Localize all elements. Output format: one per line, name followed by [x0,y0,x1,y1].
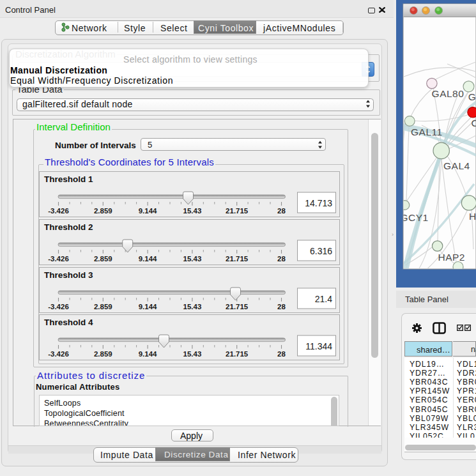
svg-text:28: 28 [277,254,286,262]
svg-text:GA: GA [468,91,476,102]
svg-text:15.43: 15.43 [183,207,201,215]
svg-text:9.144: 9.144 [138,302,157,310]
svg-text:28: 28 [277,207,286,215]
svg-text:-3.426: -3.426 [48,207,69,215]
svg-text:GAL11: GAL11 [411,127,443,137]
svg-text:Threshold 2: Threshold 2 [44,222,93,232]
svg-text:14.713: 14.713 [305,198,332,208]
svg-text:HAP2: HAP2 [438,252,466,263]
svg-text:2.859: 2.859 [93,254,112,262]
svg-text:6.316: 6.316 [309,245,332,256]
svg-text:Threshold 4: Threshold 4 [44,318,93,327]
svg-text:28: 28 [277,302,286,310]
svg-text:9.144: 9.144 [138,254,157,262]
svg-text:GCY1: GCY1 [401,212,429,223]
svg-text:2.859: 2.859 [93,350,112,358]
svg-text:21.4: 21.4 [314,293,332,303]
svg-text:9.144: 9.144 [138,207,157,215]
svg-text:H: H [469,211,476,222]
svg-text:21.715: 21.715 [226,302,249,310]
svg-text:GAL4: GAL4 [443,160,470,171]
svg-text:15.43: 15.43 [183,350,201,358]
svg-text:GAL80: GAL80 [432,88,464,99]
svg-text:21.715: 21.715 [226,350,249,358]
svg-text:-3.426: -3.426 [48,302,69,310]
svg-text:9.144: 9.144 [138,350,157,358]
svg-text:-3.426: -3.426 [48,350,69,358]
svg-text:Threshold 3: Threshold 3 [44,270,93,280]
svg-text:28: 28 [277,350,286,358]
svg-text:15.43: 15.43 [183,254,201,262]
svg-text:2.859: 2.859 [93,302,112,310]
svg-text:-3.426: -3.426 [48,254,69,262]
svg-text:Threshold 1: Threshold 1 [44,174,93,184]
svg-text:C: C [472,118,476,128]
svg-text:11.344: 11.344 [305,341,332,351]
svg-text:21.715: 21.715 [226,254,249,262]
svg-text:15.43: 15.43 [183,302,201,310]
svg-text:2.859: 2.859 [93,207,112,215]
svg-text:21.715: 21.715 [226,207,249,215]
